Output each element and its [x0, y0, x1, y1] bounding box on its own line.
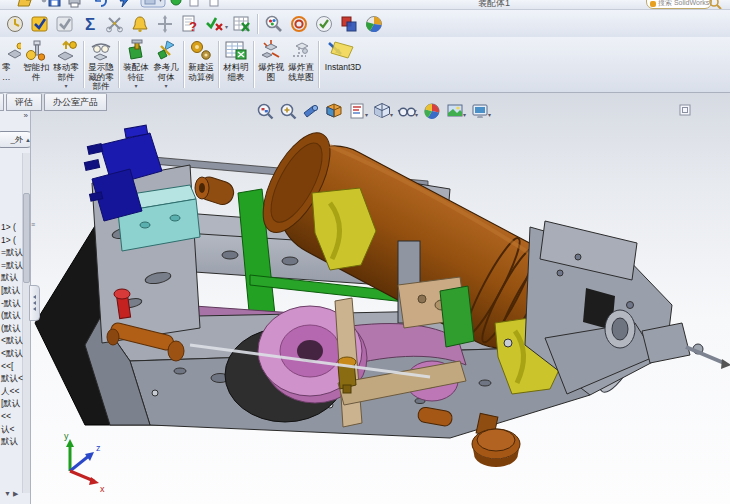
- tree-item[interactable]: 认<: [1, 423, 27, 436]
- view-orientation-icon-dropdown[interactable]: ▾: [365, 111, 368, 118]
- tree-item[interactable]: <默认: [1, 347, 27, 360]
- cmd-button-showhidden[interactable]: 显示隐 藏的零 部件: [86, 37, 116, 92]
- search-magnifier-icon[interactable]: [708, 0, 722, 10]
- cmd-button-label: 智能扣 件: [23, 63, 49, 82]
- tree-item[interactable]: <<: [1, 410, 27, 423]
- exploded-icon: [258, 39, 284, 63]
- curvature-icon[interactable]: [286, 12, 311, 36]
- rollback-grip[interactable]: ≡: [31, 221, 35, 228]
- view-settings-icon-dropdown[interactable]: ▾: [488, 111, 491, 118]
- tree-item[interactable]: (默认: [1, 309, 27, 322]
- ribbon-tab-0[interactable]: 评估: [6, 93, 42, 111]
- dropdown-caret-icon[interactable]: ▾: [64, 83, 67, 89]
- tree-item[interactable]: <<[: [1, 360, 27, 373]
- cmd-button-motion[interactable]: 新建运 动算例: [186, 37, 216, 92]
- tree-item[interactable]: 默认: [1, 271, 27, 284]
- interference-alert-icon[interactable]: [127, 12, 152, 36]
- part-tool-tip[interactable]: [721, 359, 730, 369]
- cmd-button-bom[interactable]: 材料明 细表: [221, 37, 251, 92]
- search-placeholder-text: 搜索 SolidWorks 帮助: [658, 0, 712, 8]
- tree-item[interactable]: [默认: [1, 284, 27, 297]
- panel-scroll-arrows[interactable]: ▼ ▶: [4, 490, 18, 498]
- orientation-triad: y z x: [64, 431, 105, 494]
- rebuild-icon[interactable]: [116, 0, 132, 8]
- help-icon[interactable]: [168, 0, 184, 8]
- cmd-button-fastener[interactable]: 智能扣 件: [21, 37, 51, 92]
- hide-show-items-icon-dropdown[interactable]: ▾: [415, 111, 418, 118]
- tree-item[interactable]: <默认: [1, 334, 27, 347]
- tree-item[interactable]: 默认<: [1, 372, 27, 385]
- tree-item[interactable]: =默认: [1, 259, 27, 272]
- part-green-block-1[interactable]: [440, 286, 474, 347]
- edit-appearance-icon[interactable]: [420, 100, 443, 122]
- tree-item[interactable]: [默认: [1, 397, 27, 410]
- selection-checked-icon[interactable]: [27, 12, 52, 36]
- cmd-button-label: 爆炸视 图: [258, 63, 284, 82]
- display-style-icon-dropdown[interactable]: ▾: [390, 111, 393, 118]
- viewport-restore-icon[interactable]: [679, 102, 691, 120]
- print-icon[interactable]: [66, 0, 82, 8]
- feature-tree-header[interactable]: _外 ▲: [0, 131, 31, 148]
- triad-y-label: y: [64, 431, 69, 441]
- cmd-button-insertcomp[interactable]: 零 …: [0, 37, 21, 92]
- workspace: y z x 评估办公室产品 ▾▾▾▾▾ » _外 ▲ 1> (1> (=默认=默…: [0, 93, 730, 504]
- compare-icon[interactable]: [336, 12, 361, 36]
- cmd-button-label: 零 …: [2, 63, 11, 82]
- part-bearing-ring[interactable]: [605, 310, 635, 348]
- undo-icon[interactable]: [92, 0, 108, 8]
- verify-icon[interactable]: [202, 12, 227, 36]
- trim-icon[interactable]: [102, 12, 127, 36]
- options-button-icon[interactable]: [140, 0, 156, 8]
- assemblyxpert-icon[interactable]: ?: [177, 12, 202, 36]
- insertcomp-icon: [2, 39, 21, 63]
- appearance-search-icon[interactable]: [261, 12, 286, 36]
- cmd-separator: [253, 41, 254, 88]
- dropdown-caret-icon[interactable]: ▾: [164, 83, 167, 89]
- tree-item[interactable]: 人<<: [1, 385, 27, 398]
- ribbon-tab-1[interactable]: 办公室产品: [44, 93, 107, 111]
- search-input[interactable]: 搜索 SolidWorks 帮助: [646, 0, 712, 9]
- panel-splitter-handle[interactable]: [29, 285, 40, 321]
- cmd-separator: [218, 41, 219, 88]
- performance-clock-icon[interactable]: [2, 12, 27, 36]
- render-sphere-icon[interactable]: [361, 12, 386, 36]
- doc2-icon[interactable]: [206, 0, 222, 8]
- cmd-button-explsketch[interactable]: 爆炸直 线草图: [286, 37, 316, 92]
- ribbon-tabs: 评估办公室产品: [0, 93, 109, 112]
- refgeom-icon: [153, 39, 179, 63]
- section-view-icon[interactable]: [322, 100, 345, 122]
- previous-view-icon[interactable]: [299, 100, 322, 122]
- cmd-button-exploded[interactable]: 爆炸视 图: [256, 37, 286, 92]
- cmd-button-instant3d[interactable]: Instant3D: [321, 37, 365, 92]
- cmd-button-label: 装配体 特征: [123, 63, 149, 82]
- verify-dropdown[interactable]: ▾: [225, 23, 228, 30]
- part-tool-rod[interactable]: [686, 347, 724, 363]
- graphics-viewport[interactable]: y z x: [30, 93, 730, 504]
- selection-unchecked-icon[interactable]: [52, 12, 77, 36]
- part-copper-knob[interactable]: [472, 413, 520, 467]
- cmd-button-label: 参考几 何体: [153, 63, 179, 82]
- tree-item[interactable]: 1> (: [1, 234, 27, 247]
- cmd-button-asmfeat[interactable]: 装配体 特征▾: [121, 37, 151, 92]
- open-icon[interactable]: [16, 0, 32, 8]
- dropdown-caret-icon[interactable]: ▾: [134, 83, 137, 89]
- toolbar-separator: [257, 14, 258, 34]
- panel-expand-chevron[interactable]: »: [24, 111, 27, 120]
- tree-item[interactable]: =默认: [1, 246, 27, 259]
- apply-scene-icon-dropdown[interactable]: ▾: [463, 111, 466, 118]
- design-table-icon[interactable]: [229, 12, 254, 36]
- zoom-area-icon[interactable]: [276, 100, 299, 122]
- tree-item[interactable]: (默认: [1, 322, 27, 335]
- doc-icon[interactable]: [186, 0, 202, 8]
- tree-item[interactable]: 默认: [1, 435, 27, 448]
- ribbon-tab-partial[interactable]: [0, 93, 4, 111]
- align-icon[interactable]: [152, 12, 177, 36]
- cmd-button-refgeom[interactable]: 参考几 何体▾: [151, 37, 181, 92]
- equations-icon[interactable]: Σ: [77, 12, 102, 36]
- tree-item[interactable]: 1> (: [1, 221, 27, 234]
- tree-item[interactable]: -默认: [1, 297, 27, 310]
- zoom-fit-icon[interactable]: [253, 100, 276, 122]
- check-feature-icon[interactable]: [311, 12, 336, 36]
- save-icon[interactable]: [46, 0, 62, 8]
- cmd-button-movecomp[interactable]: 移动零 部件▾: [51, 37, 81, 92]
